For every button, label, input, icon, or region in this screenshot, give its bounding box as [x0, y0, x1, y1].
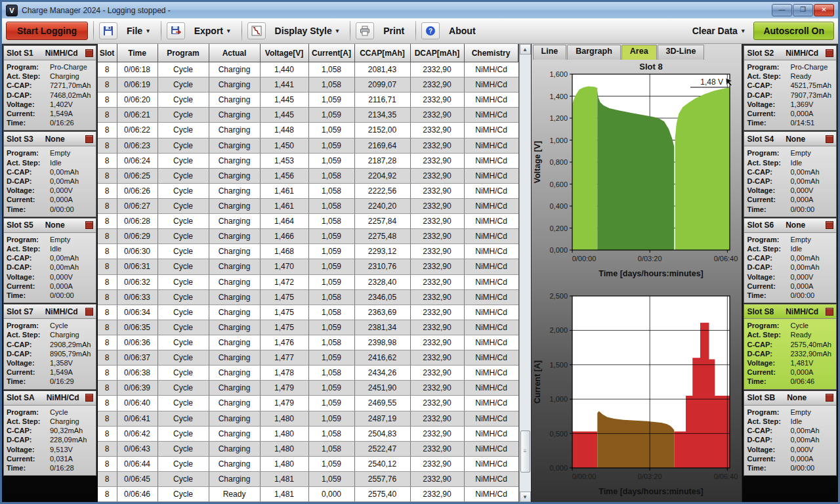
table-row[interactable]: 80/06:26CycleCharging1,4611,0582222,5623…: [98, 184, 518, 199]
chart-tab-bargraph[interactable]: Bargraph: [567, 45, 621, 60]
table-cell: 2332,90: [411, 442, 465, 457]
field-value: Ready: [790, 330, 833, 339]
table-row[interactable]: 80/06:18CycleCharging1,4401,0582081,4323…: [98, 62, 518, 77]
column-header[interactable]: Program: [158, 44, 209, 62]
slot-id: Slot S5: [7, 220, 33, 230]
slot-status-indicator[interactable]: [826, 308, 833, 316]
table-row[interactable]: 80/06:40CycleCharging1,4791,0592469,5523…: [98, 396, 518, 411]
start-logging-button[interactable]: Start Logging: [6, 22, 88, 40]
field-label: C-CAP:: [7, 81, 50, 90]
table-row[interactable]: 80/06:35CycleCharging1,4751,0592381,3423…: [98, 320, 518, 335]
column-header[interactable]: CCAP[mAh]: [355, 44, 411, 62]
table-row[interactable]: 80/06:45CycleCharging1,4811,0592557,7623…: [98, 472, 518, 487]
column-header[interactable]: Slot: [98, 44, 117, 62]
table-row[interactable]: 80/06:31CycleCharging1,4701,0592310,7623…: [98, 259, 518, 274]
column-header[interactable]: Voltage[V]: [261, 44, 309, 62]
svg-text:Slot 8: Slot 8: [639, 62, 662, 72]
clear-data-menu-button[interactable]: Clear Data▾: [686, 24, 751, 38]
slot-status-indicator[interactable]: [826, 135, 833, 143]
svg-text:1,000: 1,000: [549, 136, 568, 144]
table-row[interactable]: 80/06:34CycleCharging1,4751,0582363,6923…: [98, 305, 518, 320]
table-cell: NiMH/Cd: [465, 275, 518, 290]
scroll-up-icon[interactable]: ▲: [520, 44, 531, 54]
table-row[interactable]: 80/06:29CycleCharging1,4661,0592275,4823…: [98, 229, 518, 244]
table-cell: 1,461: [261, 184, 309, 199]
field-label: Program:: [7, 321, 50, 330]
slot-status-indicator[interactable]: [85, 394, 93, 402]
autoscroll-button[interactable]: Autoscroll On: [753, 22, 834, 40]
slot-status-indicator[interactable]: [826, 394, 833, 402]
table-row[interactable]: 80/06:19CycleCharging1,4411,0582099,0723…: [98, 77, 518, 93]
close-button[interactable]: ✕: [814, 4, 834, 16]
table-row[interactable]: 80/06:22CycleCharging1,4481,0592152,0023…: [98, 123, 518, 138]
export-menu-button[interactable]: Export▾: [188, 24, 236, 38]
table-cell: 1,476: [261, 335, 309, 350]
table-row[interactable]: 80/06:37CycleCharging1,4771,0592416,6223…: [98, 350, 518, 366]
chart-tab-3d-line[interactable]: 3D-Line: [658, 45, 705, 60]
table-scrollbar[interactable]: ▲ ≡ ▼: [519, 44, 531, 502]
file-menu-button[interactable]: File▾: [121, 24, 156, 38]
display-style-menu-button[interactable]: Display Style▾: [269, 24, 345, 38]
display-style-icon[interactable]: [247, 22, 266, 39]
table-cell: 2332,90: [411, 169, 465, 184]
scrollbar-track[interactable]: ≡: [520, 54, 531, 492]
table-cell: 8: [98, 442, 117, 457]
chart-tab-area[interactable]: Area: [621, 45, 657, 60]
minimize-button[interactable]: —: [772, 4, 792, 16]
column-header[interactable]: Actual: [209, 44, 261, 62]
table-row[interactable]: 80/06:30CycleCharging1,4681,0592293,1223…: [98, 244, 518, 259]
table-row[interactable]: 80/06:36CycleCharging1,4761,0582398,9823…: [98, 335, 518, 350]
chart-tab-line[interactable]: Line: [533, 45, 567, 60]
print-icon[interactable]: [356, 22, 374, 39]
table-row[interactable]: 80/06:20CycleCharging1,4451,0592116,7123…: [98, 93, 518, 108]
title-bar[interactable]: V Charge Manager 2024 - Logging stopped …: [2, 2, 838, 18]
restore-button[interactable]: ❐: [793, 4, 813, 16]
table-cell: 1,479: [261, 396, 309, 411]
left-slot-panel: Slot S1NiMH/CdProgram:Pro-ChargeAct. Ste…: [2, 44, 98, 502]
field-value: 1,358V: [50, 358, 93, 368]
slot-status-indicator[interactable]: [826, 49, 833, 57]
table-row[interactable]: 80/06:28CycleCharging1,4641,0582257,8423…: [98, 214, 518, 229]
slot-status-indicator[interactable]: [85, 135, 93, 143]
voltage-area-chart: Slot 80,0000,2000,4000,6000,8001,0001,20…: [532, 60, 742, 287]
slot-body: Program:CycleAct. Step:ReadyC-CAP:2575,4…: [744, 319, 836, 388]
table-cell: 2332,90: [411, 427, 465, 442]
table-row[interactable]: 80/06:33CycleCharging1,4751,0582346,0523…: [98, 290, 518, 305]
table-cell: 2416,62: [355, 350, 411, 366]
table-cell: 2504,83: [355, 427, 411, 442]
column-header[interactable]: Chemistry: [465, 44, 518, 62]
field-label: D-CAP:: [747, 435, 790, 444]
scroll-down-icon[interactable]: ▼: [520, 492, 531, 502]
table-row[interactable]: 80/06:44CycleCharging1,4801,0592540,1223…: [98, 457, 518, 472]
table-row[interactable]: 80/06:43CycleCharging1,4801,0582522,4723…: [98, 442, 518, 457]
table-row[interactable]: 80/06:39CycleCharging1,4791,0592451,9023…: [98, 381, 518, 396]
slot-status-indicator[interactable]: [85, 221, 93, 229]
table-row[interactable]: 80/06:23CycleCharging1,4501,0592169,6423…: [98, 138, 518, 154]
scrollbar-thumb[interactable]: ≡: [520, 430, 530, 472]
about-button[interactable]: About: [443, 24, 481, 38]
about-icon[interactable]: ?: [421, 22, 440, 39]
print-button[interactable]: Print: [377, 24, 410, 38]
table-row[interactable]: 80/06:25CycleCharging1,4561,0582204,9223…: [98, 169, 518, 184]
table-cell: 2332,90: [411, 320, 465, 335]
export-icon[interactable]: [167, 22, 185, 39]
slot-status-indicator[interactable]: [85, 49, 93, 57]
table-row[interactable]: 80/06:24CycleCharging1,4531,0592187,2823…: [98, 154, 518, 169]
table-row[interactable]: 80/06:38CycleCharging1,4781,0582434,2623…: [98, 366, 518, 381]
table-cell: Charging: [209, 259, 261, 274]
column-header[interactable]: Current[A]: [309, 44, 355, 62]
slot-status-indicator[interactable]: [826, 221, 833, 229]
slot-status-indicator[interactable]: [85, 308, 93, 316]
table-row[interactable]: 80/06:42CycleCharging1,4801,0582504,8323…: [98, 427, 518, 442]
column-header[interactable]: Time: [117, 44, 158, 62]
column-header[interactable]: DCAP[mAh]: [411, 44, 465, 62]
svg-text:?: ?: [429, 28, 432, 35]
table-row[interactable]: 80/06:32CycleCharging1,4721,0592328,4023…: [98, 275, 518, 290]
table-row[interactable]: 80/06:21CycleCharging1,4451,0592134,3523…: [98, 108, 518, 123]
save-icon[interactable]: [99, 22, 117, 39]
table-row[interactable]: 80/06:46CycleReady1,4810,0002575,402332,…: [98, 487, 518, 502]
table-row[interactable]: 80/06:27CycleCharging1,4611,0582240,2023…: [98, 199, 518, 214]
field-label: Program:: [7, 408, 50, 417]
field-label: Program:: [747, 408, 790, 417]
table-row[interactable]: 80/06:41CycleCharging1,4801,0592487,1923…: [98, 411, 518, 427]
